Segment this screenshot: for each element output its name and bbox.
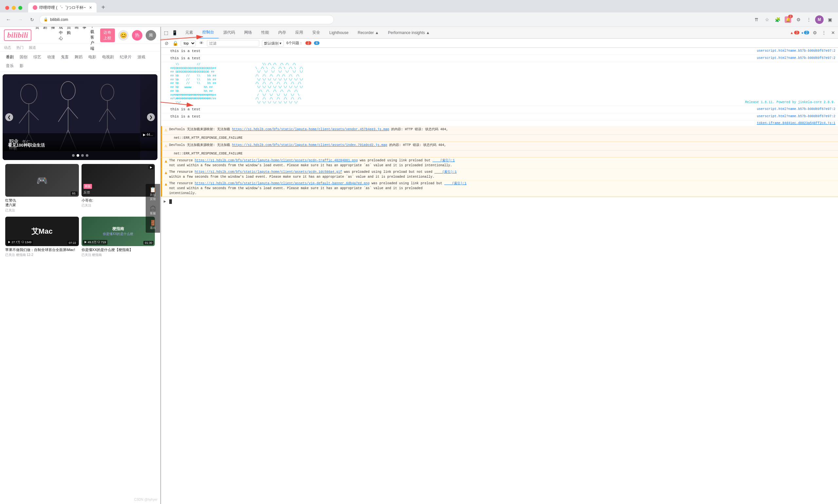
browser-menu-icon[interactable]: ⋮ (805, 15, 813, 24)
tab-performance[interactable]: 性能 (257, 27, 274, 39)
side-btn-new[interactable]: 📋 新版 反馈 (147, 185, 159, 202)
cat-movie[interactable]: 电影 (86, 54, 98, 60)
devtools-icons-left: ⬚ 📱 (162, 29, 178, 36)
cat-docu[interactable]: 纪录片 (118, 54, 133, 60)
video-thumb-2: 新版 反馈 ▶ (82, 164, 155, 197)
file-link-1[interactable]: userscript.html?name.b57b-b90d69f67e97:2 (757, 48, 835, 54)
default-level-text[interactable]: 默认级别 ▾ (262, 40, 284, 47)
issues-badge-warning[interactable]: ▲ 3 (790, 31, 799, 35)
forward-button[interactable]: → (16, 15, 25, 24)
label-channel[interactable]: 频道 (29, 45, 36, 50)
badge-blue2[interactable]: 4 (314, 41, 320, 45)
console-cursor-indicator[interactable] (169, 199, 172, 204)
tab-application[interactable]: 应用 (291, 27, 308, 39)
nav-esports[interactable]: 赛事 (82, 27, 87, 52)
active-tab[interactable]: 哔哩哔哩 (゜-゜)つロ干杯~ ✕ (28, 3, 96, 13)
file-link-2[interactable]: userscript.html?name.b57b-b90d69f67e97:2 (757, 55, 835, 61)
eye-icon[interactable]: 👁 (198, 40, 204, 46)
nav-anime[interactable]: 番剧 (42, 27, 48, 52)
bookmark-icon[interactable]: ☆ (763, 15, 771, 24)
filter-input[interactable] (207, 40, 259, 47)
user-avatar-2[interactable]: 热 (132, 30, 142, 40)
dot-3[interactable] (81, 154, 84, 157)
nav-highlight-btn[interactable]: 达奇上校 (100, 29, 115, 42)
dot-2[interactable] (76, 154, 79, 157)
hero-prev-btn[interactable]: ❮ (5, 113, 13, 121)
address-bar: ← → ↻ 🔒 bilibili.com ⇈ ☆ 🧩 🔔 2 ⚙ ⋮ M ▣ (0, 13, 838, 27)
tab-performance-insights[interactable]: Performance insights ▲ (383, 27, 434, 39)
nav-manga[interactable]: 漫画 (74, 27, 79, 52)
dot-4[interactable] (86, 154, 88, 157)
thumb-views-meme: ▶ 49.3万 🗨 719 (83, 240, 107, 245)
side-btn-exit[interactable]: 🚪 退出 (147, 218, 159, 231)
bili-hero-banner[interactable]: 职业 年仁 样貌 ▶ 44... 看见100种职业生活 (3, 74, 158, 160)
tab-console[interactable]: 控制台 (198, 27, 219, 39)
extensions-icon[interactable]: 🧩 (773, 15, 782, 24)
clear-console-btn[interactable]: ⊘ (164, 40, 170, 46)
video-card-apple[interactable]: 艾Mac ▶ 27.7万 🗨 1349 07:22 苹果不做我们做：自制全球首台… (5, 217, 79, 257)
cat-tv[interactable]: 电视剧 (100, 54, 116, 60)
tab-recorder[interactable]: Recorder ▲ (353, 27, 384, 39)
hero-next-btn[interactable]: ❯ (147, 113, 155, 121)
user-avatar-1[interactable]: 😊 (118, 30, 129, 40)
video-card-1[interactable]: 🎮 93. 红警仇遭六家 已关注 (5, 164, 79, 213)
video-card-meme[interactable]: 梗指南 你是懂XX的是什么梗 ▶ 49.3万 🗨 719 01:30 你是懂XX… (82, 217, 155, 257)
extension-badge-red[interactable]: 🔔 2 (784, 15, 792, 24)
context-selector[interactable]: top (181, 40, 196, 47)
inspect-element-btn[interactable]: ⬚ (162, 29, 170, 36)
label-dynamic[interactable]: 动态 (4, 45, 11, 50)
label-hot[interactable]: 热门 (16, 45, 23, 50)
nav-download[interactable]: ⬇下载客户端 (90, 27, 95, 52)
cat-music[interactable]: 音乐 (4, 62, 16, 69)
close-button[interactable] (5, 6, 9, 10)
tab-memory[interactable]: 内存 (274, 27, 291, 39)
cat-film[interactable]: 影 (18, 62, 25, 69)
tab-network[interactable]: 网络 (239, 27, 257, 39)
error-text-2: DevTools 无法加载来源映射: 无法加载 https://s1.hdslb… (169, 142, 835, 148)
devtools-right-icons: ▲ 3 ● 2 ⚙ ⋮ ✕ (790, 29, 837, 36)
url-bar[interactable]: 🔒 bilibili.com (39, 15, 334, 24)
dot-1[interactable] (72, 154, 75, 157)
back-button[interactable]: ← (4, 15, 13, 24)
share-icon[interactable]: ⇈ (752, 15, 761, 24)
nav-vip[interactable]: 会员购 (66, 27, 71, 52)
tab-lighthouse[interactable]: Lighthouse (325, 27, 353, 39)
cat-dance[interactable]: 舞蹈 (73, 54, 85, 60)
preserve-log-btn[interactable]: 🔒 (172, 40, 178, 46)
token-file-link[interactable]: token-iframe.84d41ec.d8823a548ff2c4.js:1 (757, 121, 835, 126)
cat-variety[interactable]: 综艺 (32, 54, 43, 60)
token-file-link-area: token-iframe.84d41ec.d8823a548ff2c4.js:1 (161, 121, 838, 126)
nav-game[interactable]: 游戏中心 (58, 27, 64, 52)
badge-warn2[interactable]: 2 (305, 41, 311, 45)
bili-categories: 番剧 国创 综艺 动漫 鬼畜 舞蹈 电影 电视剧 纪录片 游戏 音乐 影 (0, 52, 160, 72)
reload-button[interactable]: ↻ (28, 15, 37, 24)
maximize-button[interactable] (18, 6, 22, 10)
cat-kichiku[interactable]: 鬼畜 (59, 54, 71, 60)
devtools-close-btn[interactable]: ✕ (830, 29, 837, 36)
devtools-more-btn[interactable]: ⋮ (820, 29, 827, 36)
cat-guochuang[interactable]: 国创 (18, 54, 30, 60)
settings-icon[interactable]: ⚙ (794, 15, 803, 24)
cat-game[interactable]: 游戏 (136, 54, 147, 60)
devtools-panel-toggle[interactable]: ▣ (825, 15, 834, 24)
tab-close-icon[interactable]: ✕ (89, 5, 92, 10)
tab-security[interactable]: 安全 (308, 27, 325, 39)
side-btn-service[interactable]: 🎧 客服 (147, 204, 159, 217)
minimize-button[interactable] (12, 6, 16, 10)
file-link-4[interactable]: userscript.html?name.b57b-b90d69f67e97:2 (757, 113, 835, 119)
bili-logo[interactable]: bilibili (4, 30, 32, 41)
cat-anime[interactable]: 番剧 (4, 54, 16, 60)
file-link-3[interactable]: userscript.html?name.b57b-b90d69f67e97:2 (757, 106, 835, 112)
cat-dongman[interactable]: 动漫 (45, 54, 57, 60)
new-tab-button[interactable]: + (99, 3, 108, 12)
nav-live[interactable]: 直播 (50, 27, 56, 52)
devtools-settings-btn[interactable]: ⚙ (811, 29, 818, 36)
ascii-art-left: \\ // ##DDDDDDDDDDDDDDDDDDDDDD## ## DDDD… (170, 63, 255, 105)
profile-avatar[interactable]: M (815, 15, 824, 24)
device-toolbar-btn[interactable]: 📱 (171, 29, 178, 36)
tab-elements[interactable]: 元素 (181, 27, 198, 39)
user-avatar-3[interactable]: 频 (146, 30, 156, 40)
tab-sources[interactable]: 源代码 (219, 27, 239, 39)
video-card-2[interactable]: 新版 反馈 ▶ 小哥在: 已关注 (82, 164, 155, 213)
issues-badge-blue[interactable]: ● 2 (801, 31, 809, 35)
